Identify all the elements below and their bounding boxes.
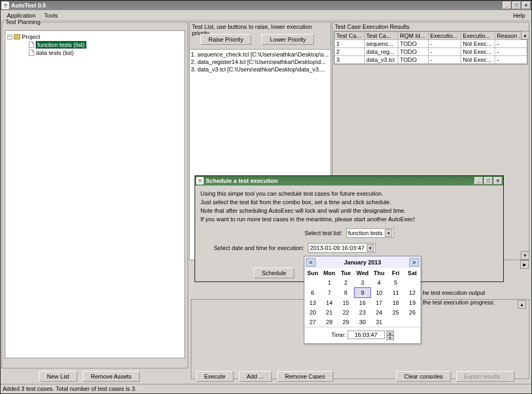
col-header[interactable]: Executio... <box>428 32 461 40</box>
calendar-day[interactable]: 24 <box>371 308 388 317</box>
project-tree[interactable]: − Project function tests (list) data tes… <box>5 30 185 358</box>
calendar-next-button[interactable]: > <box>409 258 419 267</box>
java-icon: ☕ <box>2 2 9 9</box>
progress-label: the test execution progress: <box>423 299 495 305</box>
table-row[interactable]: 2data_reg...TODO-Not Exec...- <box>335 48 527 56</box>
calendar-day[interactable]: 17 <box>371 298 388 308</box>
lower-priority-button[interactable]: Lower Priority <box>262 34 313 45</box>
menu-tools[interactable]: Tools <box>40 11 62 20</box>
calendar-day[interactable]: 30 <box>354 317 370 327</box>
calendar-day[interactable]: 13 <box>304 298 321 308</box>
export-results-button[interactable]: Export results ... <box>456 371 514 382</box>
calendar-title: January 2013 <box>344 259 381 266</box>
chevron-down-icon[interactable]: ▼ <box>385 229 392 237</box>
spinner-up-icon[interactable]: ▲ <box>386 331 394 335</box>
status-bar: Added 3 test cases. Total number of test… <box>1 384 531 393</box>
output-tab[interactable]: he test execution output <box>423 290 485 296</box>
col-header[interactable]: Executio... <box>461 32 495 40</box>
clear-consoles-button[interactable]: Clear consoles <box>396 371 451 382</box>
new-list-button[interactable]: New List <box>39 371 77 382</box>
test-planning-panel: Test Planning − Project function tests (… <box>2 22 188 368</box>
list-item[interactable]: 2. data_register14.tcl [C:\Users\eathkar… <box>191 58 329 66</box>
dialog-maximize-button[interactable]: □ <box>484 177 493 184</box>
dialog-titlebar[interactable]: ☕ Schedule a test execution _ □ × <box>195 176 503 186</box>
scroll-right-icon[interactable]: ▶ <box>520 260 529 269</box>
tree-item[interactable]: data tests (list) <box>7 49 182 57</box>
dialog-close-button[interactable]: × <box>494 177 502 184</box>
file-icon <box>29 50 34 56</box>
calendar-day[interactable]: 12 <box>404 288 421 298</box>
minimize-button[interactable]: _ <box>503 2 511 9</box>
calendar-day[interactable]: 10 <box>371 288 388 298</box>
calendar-day[interactable]: 8 <box>337 288 354 298</box>
tree-item[interactable]: function tests (list) <box>7 41 182 49</box>
calendar-day[interactable]: 6 <box>304 288 321 298</box>
schedule-button[interactable]: Schedule <box>254 268 294 278</box>
dialog-text: Note that after scheduling AutoExec will… <box>200 207 498 214</box>
calendar-day[interactable]: 22 <box>337 308 354 317</box>
calendar-day[interactable]: 15 <box>337 298 354 308</box>
results-table[interactable]: Test Ca... Test Ca... RQM Id... Executio… <box>334 31 528 65</box>
execute-button[interactable]: Execute <box>196 371 233 382</box>
chevron-down-icon[interactable]: ▼ <box>367 244 374 252</box>
tree-root[interactable]: − Project <box>7 33 182 41</box>
scroll-down-icon[interactable]: ▼ <box>521 251 529 260</box>
close-button[interactable]: × <box>522 2 530 9</box>
table-row[interactable]: 1sequenc...TODO-Not Exec...- <box>335 40 527 48</box>
calendar-day[interactable]: 27 <box>304 317 321 327</box>
test-list-combo[interactable]: function tests ▼ <box>346 228 394 238</box>
calendar-day[interactable]: 23 <box>354 308 370 317</box>
add-button[interactable]: Add ... <box>239 371 272 382</box>
calendar-day[interactable]: 21 <box>321 308 337 317</box>
calendar-day[interactable]: 25 <box>388 308 404 317</box>
calendar-day-selected[interactable]: 9 <box>354 288 370 298</box>
time-input[interactable] <box>348 331 385 339</box>
combo-value: function tests <box>348 230 383 236</box>
main-titlebar: ☕ AutoTest 0.5 _ □ × <box>1 1 531 10</box>
expander-icon[interactable]: − <box>7 35 12 39</box>
tree-item-label: data tests (list) <box>36 50 74 56</box>
spinner-down-icon[interactable]: ▼ <box>386 335 394 340</box>
calendar-day[interactable]: 31 <box>371 317 388 327</box>
menu-help[interactable]: Help <box>509 11 529 20</box>
calendar-day[interactable]: 16 <box>354 298 370 308</box>
list-item[interactable]: 1. sequence_check.tcl [C:\Users\eathkar\… <box>191 51 329 58</box>
calendar-day[interactable]: 7 <box>321 288 337 298</box>
maximize-button[interactable]: □ <box>512 2 521 9</box>
datetime-combo[interactable]: 2013-01-09 16:03:47 ▼ <box>308 243 375 253</box>
calendar-day[interactable]: 19 <box>404 298 421 308</box>
col-header[interactable]: Test Ca... <box>335 32 365 40</box>
col-header[interactable]: Test Ca... <box>365 32 398 40</box>
folder-icon <box>14 34 20 39</box>
calendar-day[interactable]: 4 <box>371 278 388 288</box>
remove-cases-button[interactable]: Remove Cases <box>277 371 333 382</box>
calendar-prev-button[interactable]: < <box>306 258 316 267</box>
dialog-title: Schedule a test execution <box>206 178 278 184</box>
col-header[interactable]: RQM Id... <box>398 32 429 40</box>
raise-priority-button[interactable]: Raise Priority <box>200 34 251 45</box>
dialog-text: Just select the test list from the combo… <box>200 198 498 206</box>
table-row[interactable]: 3data_v3.tclTODO-Not Exec...- <box>335 56 527 64</box>
calendar-day[interactable]: 18 <box>388 298 404 308</box>
calendar-day[interactable]: 26 <box>404 308 421 317</box>
calendar-day[interactable]: 3 <box>354 278 370 288</box>
dialog-minimize-button[interactable]: _ <box>474 177 483 184</box>
dialog-text: Using this simpe tool you can schedule t… <box>200 190 498 197</box>
calendar-day[interactable]: 1 <box>321 278 337 288</box>
calendar-day[interactable]: 20 <box>304 308 321 317</box>
calendar-day[interactable]: 29 <box>337 317 354 327</box>
test-planning-label: Test Planning <box>4 19 42 25</box>
tree-root-label: Project <box>22 34 40 40</box>
calendar-day[interactable]: 2 <box>337 278 354 288</box>
scroll-up-icon[interactable]: ▲ <box>518 300 526 309</box>
calendar-day[interactable]: 28 <box>321 317 337 327</box>
list-item[interactable]: 3. data_v3.tcl [C:\Users\eathkar\Desktop… <box>191 66 329 73</box>
time-label: Time: <box>331 332 345 338</box>
calendar-day[interactable]: 5 <box>388 278 404 288</box>
calendar-day[interactable]: 14 <box>321 298 337 308</box>
calendar-day[interactable]: 11 <box>388 288 404 298</box>
scroll-up-icon[interactable]: ▲ <box>521 31 529 39</box>
results-title: Test Case Execution Results <box>335 23 409 30</box>
remove-assets-button[interactable]: Remove Assets <box>83 371 139 382</box>
calendar-popup: < January 2013 > SunMonTueWedThuFriSat 1… <box>304 256 421 344</box>
